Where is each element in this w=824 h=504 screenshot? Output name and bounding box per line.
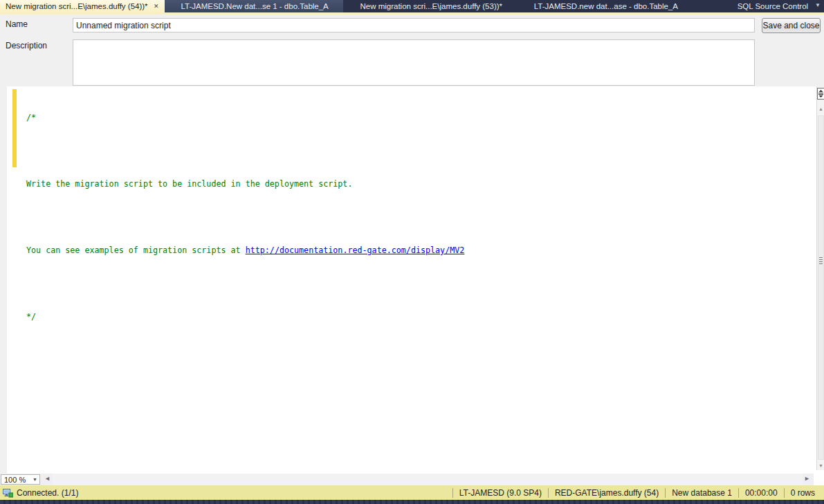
editor-bottom-bar: 100 % ▼ ◄ ► — [0, 474, 824, 485]
code-line: Write the migration script to be include… — [26, 178, 464, 189]
connection-status-icon — [3, 488, 13, 498]
tab-label: New migration scri...E\james.duffy (53))… — [360, 2, 502, 10]
status-bar: Connected. (1/1) LT-JAMESD (9.0 SP4) RED… — [0, 485, 824, 500]
vertical-scrollbar-thumb[interactable] — [818, 115, 824, 460]
status-elapsed-time: 00:00:00 — [738, 488, 784, 498]
horizontal-scrollbar[interactable] — [53, 474, 803, 485]
code-line-text: You can see examples of migration script… — [26, 245, 246, 255]
tab-table-a-newdatabase[interactable]: LT-JAMESD.new dat...ase - dbo.Table_A — [518, 0, 693, 12]
name-input[interactable] — [73, 18, 755, 32]
name-label: Name — [6, 19, 28, 29]
tab-table-a-database1[interactable]: LT-JAMESD.New dat...se 1 - dbo.Table_A — [165, 0, 344, 12]
change-tracking-bar — [12, 89, 17, 167]
tab-new-migration-script-54[interactable]: New migration scri...E\james.duffy (54))… — [0, 0, 165, 12]
tab-label: New migration scri...E\james.duffy (54))… — [6, 2, 148, 10]
status-database-name: New database 1 — [665, 488, 738, 498]
documentation-link[interactable]: http://documentation.red-gate.com/displa… — [246, 245, 465, 255]
scroll-left-icon[interactable]: ◄ — [44, 475, 51, 482]
save-and-close-button[interactable]: Save and close — [762, 18, 821, 33]
close-icon[interactable]: ✕ — [152, 2, 161, 11]
migration-script-window: New migration scri...E\james.duffy (54))… — [0, 0, 824, 504]
zoom-dropdown-icon: ▼ — [33, 477, 39, 482]
zoom-level-select[interactable]: 100 % ▼ — [1, 474, 40, 485]
status-server-name: LT-JAMESD (9.0 SP4) — [452, 488, 548, 498]
code-area[interactable]: /* Write the migration script to be incl… — [26, 90, 464, 344]
connection-status-text: Connected. (1/1) — [17, 488, 78, 498]
scroll-right-icon[interactable]: ► — [804, 475, 810, 482]
document-tabbar: New migration scri...E\james.duffy (54))… — [0, 0, 824, 12]
tab-label: LT-JAMESD.new dat...ase - dbo.Table_A — [534, 2, 678, 10]
description-label: Description — [6, 41, 47, 50]
editor-splitter-handle[interactable] — [817, 88, 824, 100]
scroll-up-icon[interactable]: ▲ — [817, 106, 824, 113]
status-login-name: RED-GATE\james.duffy (54) — [548, 488, 665, 498]
splitter-icon — [818, 90, 823, 97]
code-line: */ — [26, 311, 464, 322]
description-input[interactable] — [73, 39, 755, 86]
tab-list-dropdown-icon[interactable]: ▼ — [815, 2, 821, 8]
vertical-scrollbar[interactable]: ▲ ▼ — [816, 86, 824, 474]
status-row-count: 0 rows — [784, 488, 821, 498]
tab-new-migration-script-53[interactable]: New migration scri...E\james.duffy (53))… — [343, 0, 517, 12]
window-bottom-edge — [0, 500, 824, 504]
script-header-panel: Name Save and close Description — [0, 15, 824, 86]
tab-sql-source-control[interactable]: SQL Source Control — [721, 0, 824, 12]
scrollbar-grip-icon — [819, 257, 823, 265]
scrollbar-corner — [814, 470, 824, 485]
code-line — [26, 145, 464, 156]
status-bar-details: LT-JAMESD (9.0 SP4) RED-GATE\james.duffy… — [452, 485, 821, 500]
code-line — [26, 278, 464, 289]
tab-label: SQL Source Control — [738, 2, 808, 10]
code-line — [26, 212, 464, 223]
code-line: You can see examples of migration script… — [26, 245, 464, 256]
zoom-level-value: 100 % — [1, 476, 33, 484]
code-line: /* — [26, 112, 464, 123]
scroll-down-icon[interactable]: ▼ — [817, 463, 824, 469]
code-editor-surface[interactable]: /* Write the migration script to be incl… — [7, 86, 816, 474]
script-editor-region: /* Write the migration script to be incl… — [0, 86, 824, 474]
tab-label: LT-JAMESD.New dat...se 1 - dbo.Table_A — [181, 2, 329, 10]
